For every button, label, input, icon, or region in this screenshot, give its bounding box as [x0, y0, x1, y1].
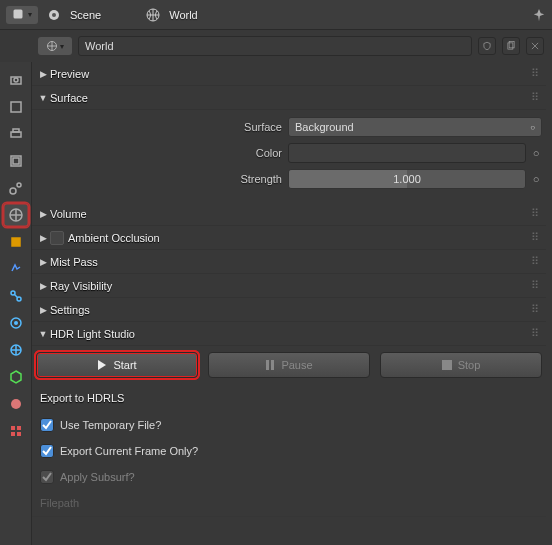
scene-icon: [46, 7, 62, 23]
world-name-input[interactable]: [78, 36, 472, 56]
svg-rect-11: [13, 129, 19, 132]
color-node-button[interactable]: ○: [530, 143, 542, 163]
tab-viewlayer[interactable]: [3, 149, 29, 173]
world-datablock-row: ▾: [0, 30, 552, 62]
svg-rect-25: [17, 426, 21, 430]
stop-button-label: Stop: [458, 359, 481, 371]
editor-type-icon: [12, 8, 24, 22]
world-datablock-browse[interactable]: ▾: [38, 37, 72, 55]
shield-button[interactable]: [478, 37, 496, 55]
strength-value: 1.000: [295, 173, 519, 185]
panel-ao-title: Ambient Occlusion: [68, 232, 160, 244]
panel-hdr-header[interactable]: ▼ HDR Light Studio ⠿: [32, 322, 546, 346]
strength-node-button[interactable]: ○: [530, 169, 542, 189]
svg-rect-29: [271, 360, 274, 370]
surface-shader-dropdown[interactable]: Background ○: [288, 117, 542, 137]
opt-filepath-row: Filepath: [32, 490, 546, 516]
strength-label: Strength: [42, 173, 282, 185]
pause-button[interactable]: Pause: [208, 352, 370, 378]
panel-volume-title: Volume: [50, 208, 87, 220]
editor-type-dropdown[interactable]: ▾: [6, 6, 38, 24]
surface-label: Surface: [42, 121, 282, 133]
export-title: Export to HDRLS: [32, 388, 546, 412]
hdr-button-row: Start Pause Stop: [32, 346, 546, 388]
panel-mist-header[interactable]: ▶ Mist Pass ⠿: [32, 250, 546, 274]
globe-icon: [145, 7, 161, 23]
svg-point-15: [17, 183, 21, 187]
chevron-right-icon: ▶: [36, 69, 50, 79]
tab-constraints[interactable]: [3, 284, 29, 308]
play-icon: [97, 360, 107, 370]
pin-icon[interactable]: [532, 8, 546, 22]
svg-rect-0: [14, 9, 23, 18]
panel-mist-title: Mist Pass: [50, 256, 98, 268]
tab-output[interactable]: [3, 95, 29, 119]
new-world-button[interactable]: [502, 37, 520, 55]
circle-dot-icon: ○: [530, 123, 535, 132]
tab-render[interactable]: [3, 68, 29, 92]
svg-point-14: [10, 188, 16, 194]
color-label: Color: [42, 147, 282, 159]
unlink-world-button[interactable]: [526, 37, 544, 55]
strength-slider[interactable]: 1.000: [288, 169, 526, 189]
tab-scene[interactable]: [3, 176, 29, 200]
start-button[interactable]: Start: [36, 352, 198, 378]
drag-handle-icon[interactable]: ⠿: [531, 91, 540, 104]
tab-modifiers[interactable]: [3, 257, 29, 281]
panel-settings-header[interactable]: ▶ Settings ⠿: [32, 298, 546, 322]
pause-icon: [265, 360, 275, 370]
drag-handle-icon[interactable]: ⠿: [531, 67, 540, 80]
opt-tempfile-label: Use Temporary File?: [60, 419, 161, 431]
color-swatch[interactable]: [288, 143, 526, 163]
opt-subsurf-row[interactable]: Apply Subsurf?: [32, 464, 546, 490]
stop-button[interactable]: Stop: [380, 352, 542, 378]
panel-ray-title: Ray Visibility: [50, 280, 112, 292]
svg-rect-26: [11, 432, 15, 436]
opt-tempfile-row[interactable]: Use Temporary File?: [32, 412, 546, 438]
tab-printer[interactable]: [3, 122, 29, 146]
svg-rect-30: [442, 360, 452, 370]
chevron-down-icon: ▾: [28, 10, 32, 19]
tab-object[interactable]: [3, 230, 29, 254]
panel-volume-header[interactable]: ▶ Volume ⠿: [32, 202, 546, 226]
header-bar: ▾ Scene World: [0, 0, 552, 30]
opt-curframe-row[interactable]: Export Current Frame Only?: [32, 438, 546, 464]
tab-particles[interactable]: [3, 338, 29, 362]
scene-label: Scene: [70, 9, 101, 21]
tab-world[interactable]: [3, 203, 29, 227]
panel-settings-title: Settings: [50, 304, 90, 316]
tab-material[interactable]: [3, 392, 29, 416]
svg-rect-24: [11, 426, 15, 430]
svg-point-21: [14, 321, 18, 325]
panel-surface-title: Surface: [50, 92, 88, 104]
chevron-down-icon: ▼: [36, 93, 50, 103]
panel-ray-header[interactable]: ▶ Ray Visibility ⠿: [32, 274, 546, 298]
pause-button-label: Pause: [281, 359, 312, 371]
properties-content: ▶ Preview ⠿ ▼ Surface ⠿ Surface Backgrou…: [32, 62, 552, 545]
opt-curframe-label: Export Current Frame Only?: [60, 445, 198, 457]
svg-rect-28: [266, 360, 269, 370]
checkbox-tempfile[interactable]: [40, 418, 54, 432]
panel-surface-header[interactable]: ▼ Surface ⠿: [32, 86, 546, 110]
opt-filepath-label: Filepath: [40, 497, 79, 509]
opt-subsurf-label: Apply Subsurf?: [60, 471, 135, 483]
svg-rect-17: [12, 238, 20, 246]
svg-rect-9: [11, 102, 21, 112]
svg-point-23: [11, 399, 21, 409]
svg-rect-27: [17, 432, 21, 436]
panel-preview-title: Preview: [50, 68, 89, 80]
checkbox-curframe[interactable]: [40, 444, 54, 458]
tab-physics[interactable]: [3, 311, 29, 335]
stop-icon: [442, 360, 452, 370]
panel-preview-header[interactable]: ▶ Preview ⠿: [32, 62, 546, 86]
svg-point-2: [52, 13, 56, 17]
tab-texture[interactable]: [3, 419, 29, 443]
ao-checkbox[interactable]: [50, 231, 64, 245]
start-button-label: Start: [113, 359, 136, 371]
panel-ao-header[interactable]: ▶ Ambient Occlusion ⠿: [32, 226, 546, 250]
properties-tab-column: [0, 62, 32, 545]
panel-surface-body: Surface Background ○ Color ○ Strength: [32, 110, 546, 202]
tab-data[interactable]: [3, 365, 29, 389]
svg-point-8: [14, 78, 18, 82]
checkbox-subsurf[interactable]: [40, 470, 54, 484]
